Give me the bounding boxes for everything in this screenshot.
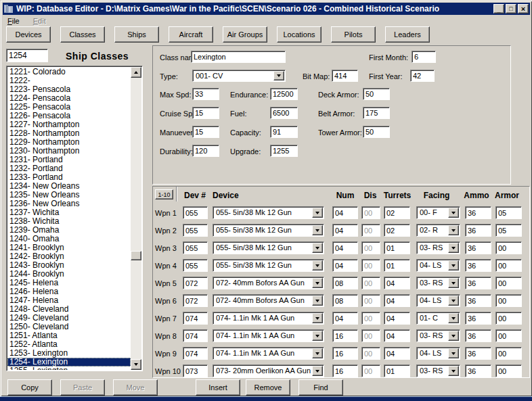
close-button[interactable]: × [518, 4, 529, 14]
armor-input[interactable] [495, 347, 522, 360]
ammo-input[interactable] [465, 241, 491, 254]
dev-number-input[interactable] [183, 294, 208, 307]
turrets-input[interactable] [384, 277, 410, 289]
facing-dropdown-button[interactable] [448, 278, 459, 288]
belt-armor-input[interactable] [363, 107, 390, 119]
turrets-input[interactable] [384, 294, 410, 307]
armor-input[interactable] [495, 364, 522, 377]
device-dropdown-button[interactable] [312, 296, 323, 306]
armor-input[interactable] [495, 294, 522, 307]
armor-input[interactable] [495, 277, 522, 289]
toolbar-button[interactable]: Locations [277, 26, 322, 43]
device-dropdown-button[interactable] [312, 366, 323, 376]
scroll-down-button[interactable] [131, 359, 141, 370]
facing-dropdown-button[interactable] [448, 313, 459, 323]
upgrade-input[interactable] [270, 145, 298, 157]
toolbar-button[interactable]: Devices [6, 26, 51, 43]
cruise-spd-input[interactable] [192, 107, 219, 119]
footer-button[interactable]: Remove [246, 379, 290, 396]
facing-dropdown-button[interactable] [448, 348, 459, 358]
dev-number-input[interactable] [183, 259, 208, 272]
turrets-input[interactable] [384, 224, 410, 237]
facing-dropdown-button[interactable] [448, 260, 459, 270]
facing-dropdown[interactable]: 03- RS [416, 241, 460, 254]
ammo-input[interactable] [465, 364, 491, 377]
dis-input[interactable] [361, 364, 380, 377]
menu-item[interactable]: File [6, 17, 21, 25]
num-input[interactable] [332, 294, 358, 307]
facing-dropdown[interactable]: 00- F [416, 206, 460, 219]
footer-button[interactable]: Copy [7, 379, 52, 396]
device-dropdown[interactable]: 074- 1.1in Mk 1 AA Gun [213, 329, 324, 342]
capacity-input[interactable] [270, 126, 298, 138]
type-dropdown-button[interactable] [273, 71, 284, 80]
dis-input[interactable] [361, 347, 380, 360]
armor-input[interactable] [495, 259, 522, 272]
turrets-input[interactable] [384, 259, 410, 272]
device-dropdown[interactable]: 055- 5in/38 Mk 12 Gun [213, 206, 324, 219]
facing-dropdown-button[interactable] [448, 331, 459, 341]
facing-dropdown-button[interactable] [448, 243, 459, 253]
facing-dropdown[interactable]: 01- C [416, 312, 460, 325]
turrets-input[interactable] [384, 364, 410, 377]
menu-item[interactable]: Edit [32, 17, 47, 25]
dev-number-input[interactable] [183, 224, 208, 237]
ammo-input[interactable] [465, 294, 491, 307]
turrets-input[interactable] [384, 329, 410, 342]
list-item[interactable]: 1255- Lexington [7, 367, 131, 370]
armor-input[interactable] [495, 241, 522, 254]
facing-dropdown-button[interactable] [448, 225, 459, 235]
dev-number-input[interactable] [183, 347, 208, 360]
device-dropdown-button[interactable] [312, 278, 323, 288]
num-input[interactable] [332, 364, 358, 377]
device-dropdown-button[interactable] [312, 243, 323, 253]
facing-dropdown[interactable]: 03- RS [416, 329, 460, 342]
toolbar-button[interactable]: Ships [114, 26, 159, 43]
turrets-input[interactable] [384, 312, 410, 325]
first-year-input[interactable] [410, 70, 435, 82]
device-dropdown[interactable]: 073- 20mm Oerlikon AA Gun [213, 364, 324, 377]
device-dropdown-button[interactable] [312, 331, 323, 341]
ammo-input[interactable] [465, 259, 491, 272]
ammo-input[interactable] [465, 329, 491, 342]
facing-dropdown[interactable]: 04- LS [416, 347, 460, 360]
ammo-input[interactable] [465, 347, 491, 360]
footer-button[interactable]: Find [298, 379, 343, 396]
num-input[interactable] [332, 312, 358, 325]
turrets-input[interactable] [384, 347, 410, 360]
toolbar-button[interactable]: Aircraft [169, 26, 213, 43]
dis-input[interactable] [361, 312, 380, 325]
toolbar-button[interactable]: Leaders [385, 26, 430, 43]
toolbar-button[interactable]: Air Groups [223, 26, 267, 43]
facing-dropdown[interactable]: 04- LS [416, 294, 460, 307]
dis-input[interactable] [361, 206, 380, 219]
device-dropdown-button[interactable] [312, 225, 323, 235]
turrets-input[interactable] [384, 241, 410, 254]
facing-dropdown-button[interactable] [448, 208, 459, 218]
dis-input[interactable] [361, 277, 380, 289]
device-dropdown-button[interactable] [312, 348, 323, 358]
device-dropdown[interactable]: 074- 1.1in Mk 1 AA Gun [213, 312, 324, 325]
num-input[interactable] [332, 206, 358, 219]
dis-input[interactable] [361, 259, 380, 272]
fuel-input[interactable] [270, 107, 298, 119]
footer-button[interactable]: Paste [60, 379, 105, 396]
vertical-scrollbar[interactable] [131, 67, 141, 370]
manuever-input[interactable] [192, 126, 219, 138]
ship-class-listbox[interactable]: 1221- Colorado1222-1223- Pensacola1224- … [6, 66, 143, 371]
dis-input[interactable] [361, 329, 380, 342]
dis-input[interactable] [361, 294, 380, 307]
max-spd-input[interactable] [192, 88, 219, 100]
maximize-button[interactable]: □ [506, 4, 516, 14]
turrets-input[interactable] [384, 206, 410, 219]
device-dropdown[interactable]: 055- 5in/38 Mk 12 Gun [213, 224, 324, 237]
ammo-input[interactable] [465, 224, 491, 237]
tower-armor-input[interactable] [363, 126, 390, 138]
bit-map-input[interactable] [332, 70, 358, 82]
toolbar-button[interactable]: Pilots [331, 26, 376, 43]
dis-input[interactable] [361, 241, 380, 254]
class-name-input[interactable] [191, 51, 286, 63]
num-input[interactable] [332, 241, 358, 254]
scroll-up-button[interactable] [131, 67, 141, 78]
armor-input[interactable] [495, 206, 522, 219]
